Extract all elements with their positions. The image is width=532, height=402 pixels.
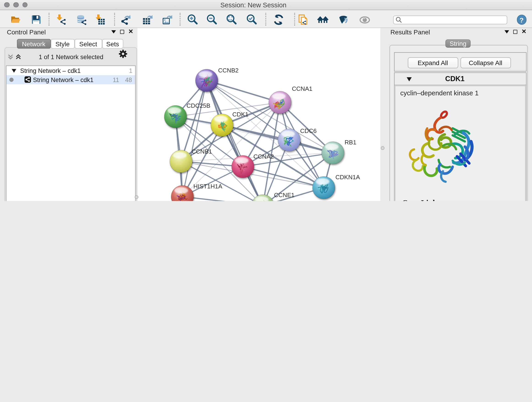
svg-text:CDC25B: CDC25B [186,102,210,109]
svg-text:CDC6: CDC6 [300,127,317,134]
svg-text:RB1: RB1 [344,139,356,146]
svg-text:CDK1: CDK1 [232,111,248,118]
svg-text:CCNA2: CCNA2 [253,153,273,160]
svg-text:CDKN1A: CDKN1A [335,173,360,180]
svg-text:HIST1H1A: HIST1H1A [193,183,222,190]
svg-text:CCNE1: CCNE1 [274,191,294,198]
svg-text:CCNA1: CCNA1 [292,85,312,92]
svg-text:CCNB1: CCNB1 [191,148,212,155]
svg-text:CCNB2: CCNB2 [218,67,238,74]
